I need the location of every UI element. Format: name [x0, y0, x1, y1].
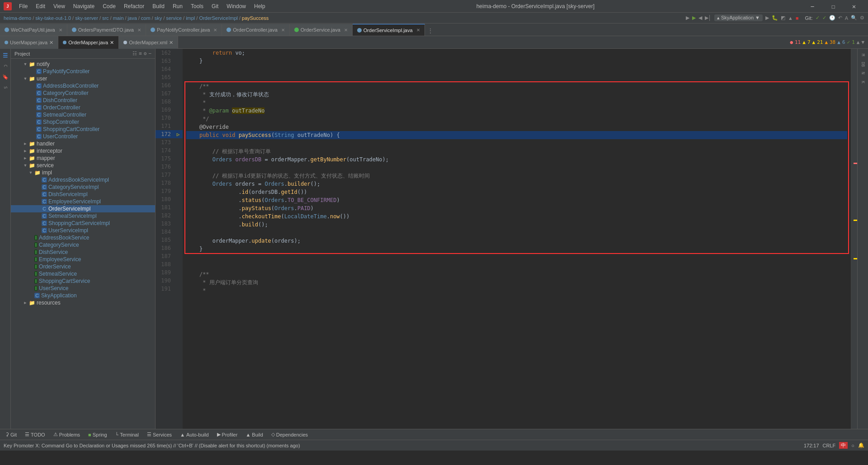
tree-item-paynotifycontroller[interactable]: C PayNotifyController — [11, 68, 155, 75]
bottom-tab-todo[interactable]: ☰ TODO — [21, 431, 49, 438]
build-icon[interactable]: ▶ — [765, 15, 769, 21]
bottom-tab-terminal[interactable]: └ Terminal — [112, 431, 142, 438]
tree-item-shopcontroller[interactable]: C ShopController — [11, 118, 155, 126]
tab-orderspaymentdto[interactable]: OrdersPaymentDTO.java ✕ — [67, 24, 146, 36]
stop-icon[interactable]: ■ — [796, 15, 799, 21]
tab-wechatpayutil[interactable]: WeChatPayUtil.java ✕ — [0, 24, 67, 36]
menu-tools[interactable]: Tools — [187, 2, 207, 10]
project-icon[interactable]: ☰ — [1, 51, 10, 60]
close-button[interactable]: ✕ — [844, 0, 864, 13]
tree-item-dishcontroller[interactable]: C DishController — [11, 97, 155, 104]
tree-item-dishserviceimpl[interactable]: C DishServiceImpl — [11, 191, 155, 198]
breadcrumb-part[interactable]: src — [102, 15, 109, 21]
database-icon[interactable]: DB — [859, 60, 868, 69]
project-header-btn4[interactable]: − — [148, 51, 151, 56]
tree-item-interceptor[interactable]: ► 📁 interceptor — [11, 147, 155, 155]
git-search[interactable]: 🔍 — [851, 15, 857, 21]
tab-orderserviceimpl[interactable]: OrderServiceImpl.java ✕ — [353, 24, 425, 36]
bottom-tab-profiler[interactable]: ▶ Profiler — [213, 431, 241, 438]
tree-item-user[interactable]: ▼ 📁 user — [11, 75, 155, 82]
tree-item-categorycontroller[interactable]: C CategoryController — [11, 89, 155, 97]
coverage-icon[interactable]: ◩ — [781, 15, 785, 21]
tree-item-employeeservice[interactable]: I EmployeeService — [11, 256, 155, 263]
menu-code[interactable]: Code — [99, 2, 119, 10]
commit-icon[interactable]: C — [1, 61, 10, 70]
menu-run[interactable]: Run — [169, 2, 186, 10]
breadcrumb-part[interactable]: service — [166, 15, 182, 21]
line-encoding[interactable]: CRLF — [823, 443, 836, 448]
tree-item-impl[interactable]: ▼ 📁 impl — [11, 169, 155, 176]
tree-item-orderservice-interface[interactable]: I OrderService — [11, 263, 155, 270]
menu-help[interactable]: Help — [250, 2, 269, 10]
breadcrumb-part[interactable]: OrderServiceImpl — [199, 15, 238, 21]
project-header-btn1[interactable]: ☷ — [132, 51, 137, 56]
tree-item-setmealcontroller[interactable]: C SetmealController — [11, 111, 155, 118]
menu-navigate[interactable]: Navigate — [70, 2, 98, 10]
tab-ordermapper-xml[interactable]: OrderMapper.xml ✕ — [119, 36, 178, 49]
bookmark-icon[interactable]: 🔖 — [1, 72, 10, 81]
tree-item-skyapplication[interactable]: C SkyApplication — [11, 292, 155, 299]
tree-item-shoppingcartserviceimpl[interactable]: C ShoppingCartServiceImpl — [11, 220, 155, 227]
tab-ordercontroller[interactable]: OrderController.java ✕ — [222, 24, 289, 36]
git-translate[interactable]: A — [845, 15, 848, 21]
toolbar-run-icon[interactable]: ▶ — [686, 15, 689, 21]
tree-item-userservice[interactable]: I UserService — [11, 285, 155, 292]
tree-item-shoppingcartcontroller[interactable]: C ShoppingCartController — [11, 126, 155, 133]
run-gutter-icon[interactable]: ▷ — [177, 132, 180, 137]
breadcrumb-part[interactable]: main — [113, 15, 124, 21]
minimize-button[interactable]: − — [802, 0, 823, 13]
code-content-area[interactable]: return vo; } /** * 支付成功，修改订单状态 * * @para… — [183, 49, 851, 429]
notifications-icon[interactable]: N — [859, 69, 868, 78]
menu-window[interactable]: Window — [223, 2, 250, 10]
tree-item-orderserviceimpl[interactable]: C OrderServiceImpl — [11, 205, 155, 212]
project-header-btn2[interactable]: ≡ — [139, 51, 142, 56]
tab-ordermapper[interactable]: OrderMapper.java ✕ — [58, 36, 119, 49]
sky-app-dropdown[interactable]: ▴ SkyApplication ▼ — [714, 14, 763, 21]
menu-file[interactable]: File — [15, 2, 31, 10]
tree-item-addressbookserviceimpl[interactable]: C AddressBookServiceImpl — [11, 176, 155, 183]
scroll-up-icon[interactable]: ▲ — [857, 39, 860, 45]
breadcrumb-part[interactable]: sky-server — [75, 15, 98, 21]
tree-item-resources[interactable]: ► 📁 resources — [11, 299, 155, 306]
bottom-tab-autobuild[interactable]: ▲ Auto-build — [176, 431, 212, 438]
git-clock[interactable]: 🕐 — [829, 15, 835, 21]
menu-edit[interactable]: Edit — [32, 2, 49, 10]
tree-item-handler[interactable]: ► 📁 handler — [11, 140, 155, 147]
tree-item-service[interactable]: ▼ 📁 service — [11, 162, 155, 169]
menu-view[interactable]: View — [50, 2, 69, 10]
breadcrumb-part[interactable]: sky-take-out-1.0 — [35, 15, 71, 21]
tree-item-setmealservice[interactable]: I SetmealService — [11, 270, 155, 277]
menu-refactor[interactable]: Refactor — [120, 2, 148, 10]
tree-item-dishservice[interactable]: I DishService — [11, 249, 155, 256]
bottom-tab-problems[interactable]: ⚠ Problems — [50, 431, 84, 438]
breadcrumb-part[interactable]: sky — [155, 15, 162, 21]
profile-icon[interactable]: ▲ — [788, 15, 793, 21]
tree-item-categoryservice[interactable]: I CategoryService — [11, 241, 155, 249]
tree-item-categoryserviceimpl[interactable]: C CategoryServiceImpl — [11, 183, 155, 191]
tab-usermapper[interactable]: UserMapper.java ✕ — [0, 36, 58, 49]
structure-icon[interactable]: S — [1, 83, 10, 92]
tab-orderservice[interactable]: OrderService.java ✕ — [290, 24, 353, 36]
git-undo[interactable]: ↶ — [838, 15, 842, 21]
cursor-position[interactable]: 172:17 — [804, 443, 819, 448]
bottom-tab-spring[interactable]: ■ Spring — [85, 431, 110, 438]
menu-build[interactable]: Build — [149, 2, 168, 10]
tree-item-setmealserviceimpl[interactable]: C SetmealServiceImpl — [11, 212, 155, 220]
maximize-button[interactable]: ☐ — [823, 0, 844, 13]
keypromoter-icon[interactable]: K — [859, 78, 868, 87]
tree-item-userserviceimpl[interactable]: C UserServiceImpl — [11, 227, 155, 234]
scrollbar-track[interactable] — [851, 49, 857, 429]
bottom-tab-build[interactable]: ▲ Build — [242, 431, 266, 438]
bottom-tab-git[interactable]: ⚳ Git — [2, 431, 20, 438]
project-header-btn3[interactable]: ⚙ — [144, 51, 147, 56]
git-check[interactable]: ✓ — [816, 15, 820, 21]
breadcrumb-part[interactable]: com — [141, 15, 151, 21]
more-tabs-button[interactable]: ⋮ — [425, 26, 436, 36]
debug-icon[interactable]: 🐛 — [772, 15, 778, 21]
charset-indicator[interactable]: 中 — [839, 442, 848, 449]
bottom-tab-dependencies[interactable]: ◇ Dependencies — [268, 431, 311, 438]
breadcrumb-part-method[interactable]: paySuccess — [242, 15, 269, 21]
tree-item-ordercontroller[interactable]: C OrderController — [11, 104, 155, 111]
tree-item-notify[interactable]: ▼ 📁 notify — [11, 61, 155, 68]
toolbar-icon2[interactable]: ▶│ — [705, 15, 712, 21]
